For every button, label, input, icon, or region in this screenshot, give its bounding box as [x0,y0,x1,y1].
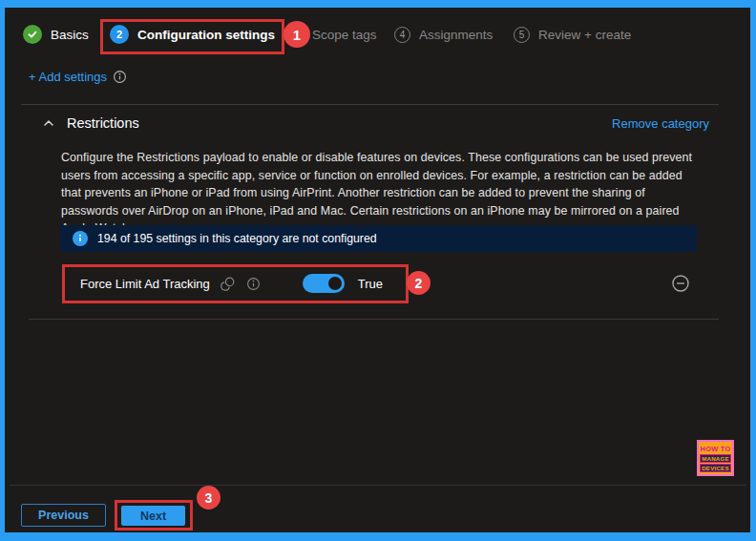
tab-scope-tags[interactable]: Scope tags [312,21,377,48]
tab-review-create[interactable]: 5 Review + create [514,19,631,50]
add-settings-link[interactable]: + Add settings [29,70,127,84]
toggle-value-label: True [358,277,383,291]
info-icon[interactable] [113,70,127,84]
tab-basics[interactable]: Basics [23,19,89,50]
next-button[interactable]: Next [121,506,185,526]
tab-review-create-label: Review + create [538,28,631,42]
watermark-line-3: DEVICES [700,464,731,472]
info-banner: 194 of 195 settings in this category are… [60,225,697,252]
step-number-badge: 4 [394,27,410,43]
add-settings-label: + Add settings [29,70,107,84]
info-icon [73,231,88,246]
remove-setting-button[interactable] [671,274,690,293]
step-number-badge: 5 [514,27,530,43]
remove-category-link[interactable]: Remove category [612,116,709,131]
category-title: Restrictions [67,115,139,131]
tab-assignments-label: Assignments [419,28,493,42]
checkmark-icon [23,25,42,44]
tab-basics-label: Basics [51,28,89,42]
tab-configuration-settings[interactable]: 2 Configuration settings [110,19,275,50]
htmd-watermark-logo: HOW TO MANAGE DEVICES [697,440,734,476]
tab-assignments[interactable]: 4 Assignments [394,19,493,50]
chevron-up-icon[interactable] [42,116,55,130]
info-icon[interactable] [246,277,261,291]
footer-divider [10,485,746,486]
tab-configuration-settings-label: Configuration settings [137,28,275,42]
info-banner-text: 194 of 195 settings in this category are… [97,232,377,245]
screenshot-frame: Basics 2 Configuration settings Scope ta… [0,0,756,541]
setting-name: Force Limit Ad Tracking [80,277,210,291]
step-number-badge: 2 [110,25,129,44]
watermark-line-1: HOW TO [701,445,731,453]
watermark-line-2: MANAGE [700,454,731,463]
toggle-knob [328,277,342,290]
section-divider [29,319,719,320]
force-limit-ad-tracking-toggle[interactable] [303,274,345,293]
duplicate-icon [220,276,236,291]
previous-button[interactable]: Previous [21,504,106,527]
tab-scope-tags-label: Scope tags [312,28,377,42]
section-divider [21,104,719,105]
